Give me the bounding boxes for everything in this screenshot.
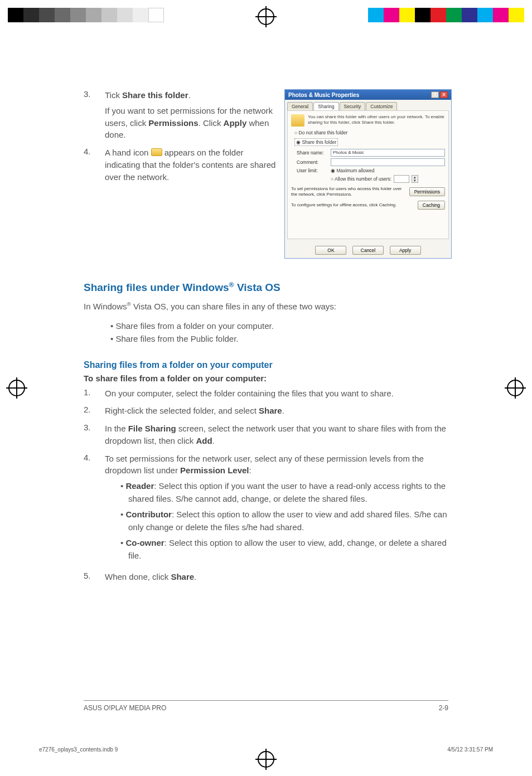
step-number: 3. (84, 89, 105, 141)
comment-label: Comment: (297, 159, 327, 165)
registration-mark-right (504, 377, 526, 399)
radio-share-folder[interactable]: ◉ Share this folder (294, 138, 338, 146)
step-4: 4. A hand icon appears on the folder ind… (84, 147, 279, 183)
properties-dialog: Photos & Music Properties ? X General Sh… (284, 89, 452, 259)
step-number: 4. (84, 453, 105, 566)
registration-mark-left (6, 377, 28, 399)
lead-text: To share files from a folder on your com… (84, 374, 452, 383)
color-bar (368, 8, 524, 22)
apply-button[interactable]: Apply (390, 246, 421, 255)
permissions-text: To set permissions for users who access … (291, 186, 406, 197)
tab-general[interactable]: General (287, 102, 313, 110)
tab-customize[interactable]: Customize (366, 102, 397, 110)
folder-step-2: 2. Right-click the selected folder, and … (84, 405, 452, 417)
text-bold: Apply (224, 118, 247, 128)
step-number: 3. (84, 423, 105, 447)
text-bold: Permissions (148, 118, 198, 128)
dialog-title: Photos & Music Properties (288, 92, 359, 98)
text: On your computer, select the folder cont… (105, 387, 452, 400)
page-content: 3. Tick Share this folder. If you want t… (84, 89, 452, 589)
permissions-button[interactable]: Permissions (409, 187, 445, 196)
share-name-input[interactable]: Photos & Music (331, 149, 445, 157)
footer-page-number: 2-9 (439, 704, 448, 712)
bullet-share-folder: Share files from a folder on your comput… (110, 319, 452, 332)
ok-button[interactable]: OK (315, 246, 346, 255)
meta-filename: e7276_oplays3_contents.indb 9 (39, 746, 118, 753)
folder-step-1: 1. On your computer, select the folder c… (84, 387, 452, 400)
step-3: 3. Tick Share this folder. If you want t… (84, 89, 279, 141)
dialog-info-text: You can share this folder with other use… (308, 114, 445, 127)
caching-button[interactable]: Caching (418, 201, 445, 210)
close-button[interactable]: X (440, 91, 448, 98)
text: . Click (199, 118, 224, 128)
step-number: 1. (84, 387, 105, 400)
tab-sharing[interactable]: Sharing (313, 102, 338, 110)
dialog-titlebar: Photos & Music Properties ? X (285, 90, 451, 100)
radio-maximum-allowed[interactable]: ◉ Maximum allowed (331, 168, 445, 173)
registration-mark-top (255, 6, 277, 28)
shared-folder-icon (151, 148, 162, 156)
share-name-label: Share name: (297, 150, 327, 156)
folder-step-3: 3. In the File Sharing screen, select th… (84, 423, 452, 447)
folder-icon (291, 114, 304, 127)
step-number: 2. (84, 405, 105, 417)
bullet-share-public: Share files from the Public folder. (110, 332, 452, 345)
folder-step-4: 4. To set permissions for the network us… (84, 453, 452, 566)
page-footer: ASUS O!PLAY MEDIA PRO 2-9 (84, 700, 448, 712)
user-count-spinner[interactable] (394, 175, 409, 183)
dialog-tabs: General Sharing Security Customize (285, 100, 451, 110)
perm-coowner: Co-owner: Select this option to allow th… (120, 537, 452, 562)
text-bold: Share this folder (122, 90, 188, 100)
comment-input[interactable] (331, 158, 445, 166)
vista-intro: In Windows® Vista OS, you can share file… (84, 300, 452, 313)
text: Tick (105, 90, 122, 100)
cancel-button[interactable]: Cancel (352, 246, 384, 255)
text: A hand icon (105, 148, 151, 157)
perm-contributor: Contributor: Select this option to allow… (120, 508, 452, 534)
radio-allow-number[interactable]: ○ Allow this number of users: ▴▾ (331, 175, 445, 183)
step-number: 4. (84, 147, 105, 183)
user-limit-label: User limit: (297, 168, 327, 173)
perm-reader: Reader: Select this option if you want t… (120, 480, 452, 505)
radio-do-not-share[interactable]: ○ Do not share this folder (294, 130, 445, 135)
subsection-heading: Sharing files from a folder on your comp… (84, 360, 452, 370)
section-heading-vista: Sharing files under Windows® Vista OS (84, 281, 452, 294)
text: . (188, 90, 190, 100)
step-number: 5. (84, 571, 105, 583)
help-button[interactable]: ? (431, 91, 439, 98)
caching-text: To configure settings for offline access… (291, 202, 414, 208)
meta-datetime: 4/5/12 3:31:57 PM (447, 746, 493, 753)
grayscale-bar (8, 8, 164, 22)
print-metadata: e7276_oplays3_contents.indb 9 4/5/12 3:3… (39, 746, 493, 753)
spinner-buttons[interactable]: ▴▾ (412, 175, 418, 183)
folder-step-5: 5. When done, click Share. (84, 571, 452, 583)
footer-product: ASUS O!PLAY MEDIA PRO (84, 704, 166, 712)
tab-security[interactable]: Security (340, 102, 366, 110)
